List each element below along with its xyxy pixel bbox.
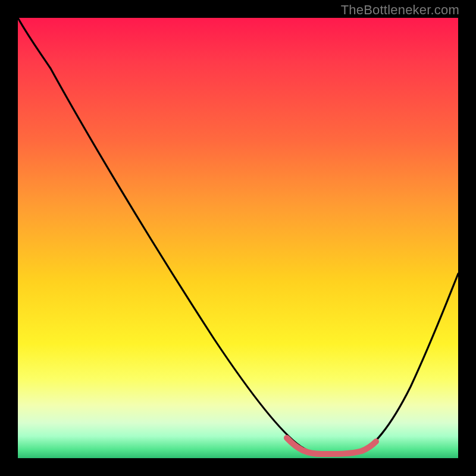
curve-path xyxy=(18,18,458,454)
bottleneck-curve xyxy=(18,18,458,458)
plot-area xyxy=(18,18,458,458)
chart-frame: TheBottleneker.com xyxy=(0,0,476,476)
highlight-segment xyxy=(287,438,376,454)
watermark-text: TheBottleneker.com xyxy=(341,2,459,18)
